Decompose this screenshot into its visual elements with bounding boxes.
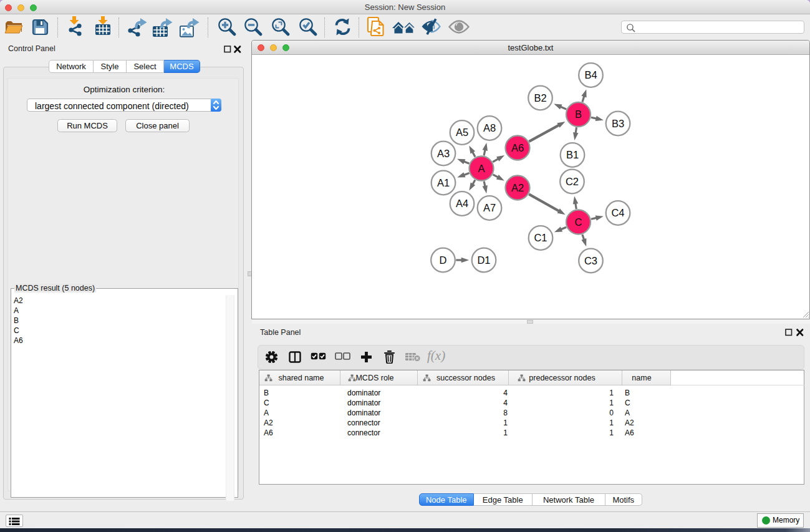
svg-text:A8: A8 xyxy=(483,122,496,133)
svg-text:B2: B2 xyxy=(534,92,546,104)
svg-text:C2: C2 xyxy=(566,176,579,187)
svg-text:B: B xyxy=(575,109,582,120)
svg-text:C1: C1 xyxy=(534,232,547,243)
svg-text:A3: A3 xyxy=(437,148,450,159)
svg-text:C: C xyxy=(575,216,582,228)
svg-text:C3: C3 xyxy=(584,255,597,266)
svg-text:A: A xyxy=(478,163,485,174)
svg-text:A6: A6 xyxy=(511,142,524,153)
svg-text:C4: C4 xyxy=(611,207,624,218)
svg-text:B4: B4 xyxy=(584,69,597,80)
svg-text:D: D xyxy=(440,254,447,266)
svg-text:A5: A5 xyxy=(456,127,468,138)
svg-text:B1: B1 xyxy=(566,149,579,160)
svg-text:A2: A2 xyxy=(511,182,524,193)
svg-text:A7: A7 xyxy=(483,202,496,213)
svg-text:A4: A4 xyxy=(456,198,468,209)
svg-text:A1: A1 xyxy=(437,177,450,188)
svg-text:D1: D1 xyxy=(477,254,490,266)
svg-text:B3: B3 xyxy=(612,118,624,129)
